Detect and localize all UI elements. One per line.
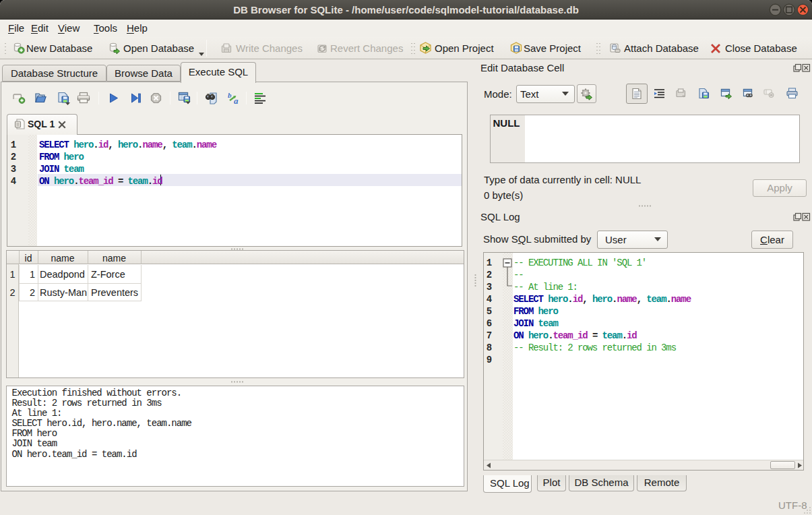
svg-text:b: b <box>228 91 232 99</box>
